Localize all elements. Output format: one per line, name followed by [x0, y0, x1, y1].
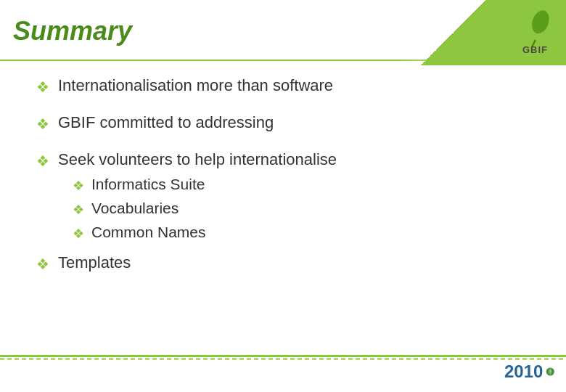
sub-diamond-1: ❖: [73, 178, 84, 194]
sub-item-3: ❖ Common Names: [73, 224, 206, 242]
sub-diamond-2: ❖: [73, 202, 84, 218]
bullet-text-3: Seek volunteers to help internationalise: [58, 150, 337, 169]
sub-diamond-3: ❖: [73, 226, 84, 242]
bullet-diamond-2: ❖: [36, 115, 49, 133]
bullet-diamond-1: ❖: [36, 78, 49, 96]
bullet-item-4: ❖ Templates: [36, 253, 544, 273]
sub-text-3: Common Names: [91, 224, 206, 241]
bullet-text-2: GBIF committed to addressing: [58, 113, 274, 132]
gbif-label: GBIF: [522, 44, 548, 55]
sub-item-2: ❖ Vocabularies: [73, 200, 206, 218]
title-divider: [0, 60, 566, 61]
sub-text-2: Vocabularies: [91, 200, 179, 217]
sub-list: ❖ Informatics Suite ❖ Vocabularies ❖ Com…: [73, 176, 206, 248]
year-logo: 2010: [504, 359, 555, 389]
year-text: 2010: [504, 363, 543, 380]
bullet-text-4: Templates: [58, 253, 131, 272]
bullet-item-3: ❖ Seek volunteers to help internationali…: [36, 150, 544, 248]
bullet-diamond-3: ❖: [36, 152, 49, 170]
bullet-item-1: ❖ Internationalisation more than softwar…: [36, 76, 544, 96]
sub-item-1: ❖ Informatics Suite: [73, 176, 206, 194]
bullet-item-2: ❖ GBIF committed to addressing: [36, 113, 544, 133]
bottom-bar: 2010: [0, 357, 566, 392]
bullet-text-1: Internationalisation more than software: [58, 76, 333, 95]
page-title: Summary: [13, 16, 132, 46]
year-circle-icon: [546, 359, 555, 385]
bullet-diamond-4: ❖: [36, 256, 49, 273]
svg-point-3: [549, 371, 551, 373]
gbif-leaf-icon: [515, 7, 555, 47]
sub-text-1: Informatics Suite: [91, 176, 205, 193]
main-content: ❖ Internationalisation more than softwar…: [0, 69, 566, 356]
gbif-logo: GBIF: [515, 7, 555, 55]
